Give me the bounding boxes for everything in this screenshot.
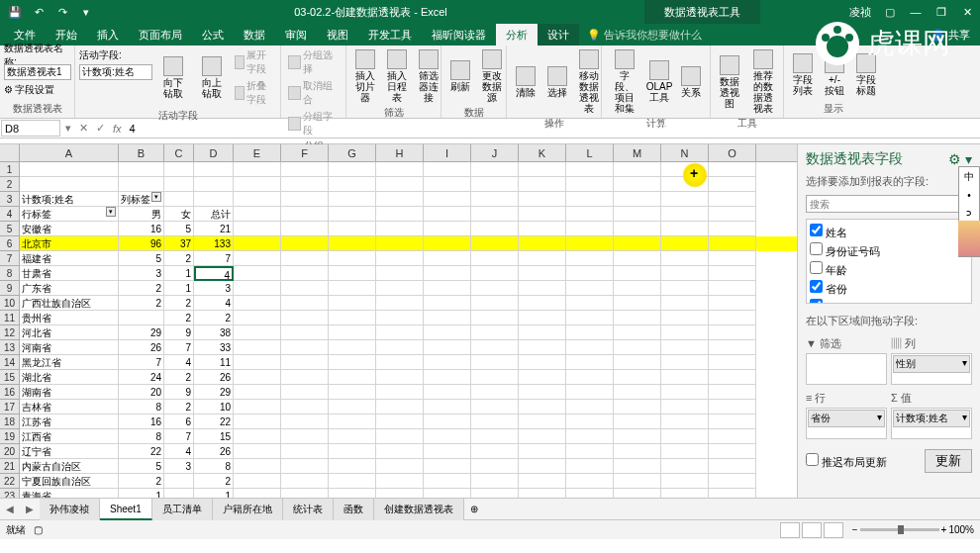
cell[interactable] [709,207,756,222]
cell[interactable] [376,266,424,281]
cell[interactable]: 8 [119,429,164,444]
field-search-input[interactable] [806,195,972,213]
col-header-E[interactable]: E [234,144,281,161]
cell[interactable] [424,370,471,385]
cell[interactable]: 吉林省 [20,400,119,415]
view-normal-icon[interactable] [780,522,800,538]
cell[interactable] [471,236,519,251]
clear-btn[interactable]: 清除 [511,47,540,116]
cell[interactable] [281,325,329,340]
cell[interactable] [614,266,661,281]
cell[interactable]: 4 [194,296,234,311]
cell[interactable] [566,222,614,236]
cell[interactable] [519,207,566,222]
cell[interactable]: ▾行标签 [20,207,119,222]
cell[interactable] [329,340,376,355]
cell[interactable] [376,325,424,340]
cell[interactable] [519,251,566,266]
cell[interactable] [519,266,566,281]
cell[interactable] [164,162,194,177]
cell[interactable]: 3 [119,266,164,281]
cell[interactable]: 3 [194,281,234,296]
row-header[interactable]: 13 [0,340,20,355]
cell[interactable] [566,459,614,474]
formula-input[interactable]: 4 [126,123,980,135]
cell[interactable] [519,400,566,415]
fields-items-btn[interactable]: 字段、项目和集 [606,47,642,116]
tab-analyze[interactable]: 分析 [496,24,538,46]
cell[interactable] [234,415,281,429]
field-item[interactable]: 性别 [810,298,968,304]
cell[interactable] [566,355,614,370]
cell[interactable] [281,415,329,429]
cell[interactable]: 37 [164,236,194,251]
cell[interactable]: 2 [164,400,194,415]
cell[interactable]: 8 [194,459,234,474]
cell[interactable]: 广西壮族自治区 [20,296,119,311]
cell[interactable]: 1 [119,489,164,498]
cell[interactable] [281,281,329,296]
cell[interactable] [566,162,614,177]
cell[interactable] [614,192,661,207]
cell[interactable] [519,355,566,370]
col-header-D[interactable]: D [194,144,234,161]
cell[interactable] [661,236,709,251]
cell[interactable] [614,325,661,340]
cell[interactable] [471,325,519,340]
ribbon-opts-icon[interactable]: ▢ [877,0,903,24]
cell[interactable] [661,296,709,311]
cell[interactable] [661,444,709,459]
cell[interactable] [471,177,519,192]
cell[interactable] [164,177,194,192]
cell[interactable] [471,415,519,429]
cell[interactable] [519,429,566,444]
cell[interactable] [614,177,661,192]
cell[interactable] [424,311,471,325]
cell[interactable] [614,207,661,222]
cell[interactable] [614,311,661,325]
cell[interactable] [376,444,424,459]
cell[interactable] [424,266,471,281]
cell[interactable] [471,444,519,459]
cell[interactable] [329,266,376,281]
cell[interactable] [234,459,281,474]
cell[interactable]: 24 [119,370,164,385]
cell[interactable] [519,325,566,340]
enter-formula-icon[interactable]: ✓ [92,122,109,135]
cell[interactable] [614,489,661,498]
field-item[interactable]: 省份 [810,279,968,298]
cell[interactable] [566,474,614,489]
cell[interactable] [281,444,329,459]
cell[interactable] [709,459,756,474]
recommend-btn[interactable]: 推荐的数据透视表 [746,47,779,116]
cell[interactable] [471,370,519,385]
cell[interactable] [519,236,566,251]
cell[interactable] [281,296,329,311]
cell[interactable] [661,266,709,281]
cell[interactable]: 5 [164,222,194,236]
group-selection-btn[interactable]: 分组选择 [285,47,342,77]
cell[interactable]: 5 [119,459,164,474]
row-header[interactable]: 1 [0,162,20,177]
cell[interactable]: 福建省 [20,251,119,266]
row-header[interactable]: 14 [0,355,20,370]
cell[interactable]: 20 [119,385,164,400]
cell[interactable] [424,489,471,498]
field-list[interactable]: 姓名 身份证号码 年龄 省份 性别 人数 [806,219,972,304]
cell[interactable] [709,192,756,207]
cell[interactable]: 河北省 [20,325,119,340]
cell[interactable] [164,192,194,207]
col-header-A[interactable]: A [20,144,119,161]
cell[interactable] [424,162,471,177]
zoom-level[interactable]: 100% [948,524,974,535]
cell[interactable] [709,429,756,444]
field-headers-btn[interactable]: 字段标题 [851,47,881,101]
cell[interactable]: 北京市 [20,236,119,251]
cell[interactable]: 38 [194,325,234,340]
cell[interactable] [566,340,614,355]
cell[interactable] [376,177,424,192]
cell[interactable] [376,192,424,207]
defer-update-checkbox[interactable]: 推迟布局更新 [806,453,887,470]
cell[interactable] [234,251,281,266]
cell[interactable]: 湖南省 [20,385,119,400]
